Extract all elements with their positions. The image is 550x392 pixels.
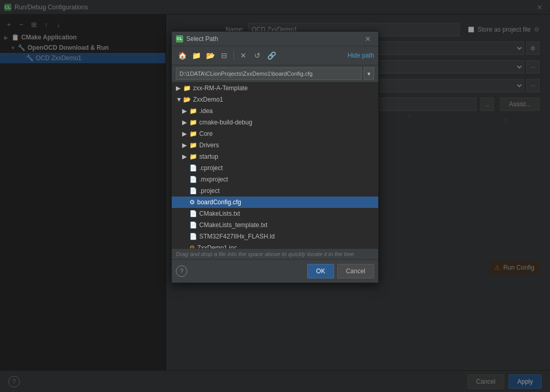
modal-overlay: CL Select Path ✕ 🏠 📁 📂 ⊟ ✕ ↺ 🔗 Hide path… [0,0,550,392]
file-item[interactable]: ▼ 📂 ZxxDemo1 [172,94,378,105]
item-arrow: ▶ [182,107,187,115]
select-path-dialog: CL Select Path ✕ 🏠 📁 📂 ⊟ ✕ ↺ 🔗 Hide path… [171,31,379,283]
file-icon: 📄 [189,187,197,194]
dialog-icon: CL [176,35,183,43]
file-icon: 📄 [189,221,197,229]
item-arrow: ▶ [182,153,187,160]
file-item-selected[interactable]: ⚙ boardConfig.cfg → [172,197,378,208]
file-item[interactable]: 📄 .cproject [172,162,378,174]
file-tree: ▶ 📁 zxx-RM-A-Template ▼ 📂 ZxxDemo1 ▶ 📁 .… [172,82,378,248]
dialog-toolbar: 🏠 📁 📂 ⊟ ✕ ↺ 🔗 Hide path [172,46,378,65]
dialog-help-btn[interactable]: ? [176,265,187,277]
dialog-cancel-btn[interactable]: Cancel [337,264,374,278]
file-item[interactable]: ▶ 📁 zxx-RM-A-Template [172,82,378,94]
item-arrow: ▶ [182,142,187,149]
item-arrow: ▶ [176,85,181,92]
folder-icon: 📁 [189,119,197,126]
item-label: .project [199,187,219,194]
ioc-icon: ⚙ [189,244,195,248]
item-label: zxx-RM-A-Template [193,85,248,92]
file-item[interactable]: 📄 .mxproject [172,174,378,185]
dialog-bottom: ? OK Cancel [172,259,378,283]
file-item[interactable]: ⚙ ZxxDemo1.ioc [172,242,378,248]
file-item[interactable]: 📄 CMakeLists.txt [172,208,378,219]
dialog-collapse-btn[interactable]: ⊟ [218,49,230,62]
item-label: cmake-build-debug [199,119,252,126]
item-label: CMakeLists_template.txt [199,221,267,229]
dialog-delete-btn[interactable]: ✕ [237,49,250,62]
folder-icon: 📁 [189,153,197,160]
item-label: ZxxDemo1.ioc [197,244,237,248]
dialog-title: Select Path [186,35,359,43]
dialog-close-btn[interactable]: ✕ [362,34,374,44]
path-bar: ▼ [172,65,378,82]
dialog-toolbar-sep [233,51,234,60]
item-label: startup [199,153,218,160]
item-arrow: ▼ [176,96,181,103]
dialog-title-bar: CL Select Path ✕ [172,32,378,46]
item-label: Core [199,130,213,137]
item-label: .cproject [199,164,223,172]
path-input[interactable] [176,67,362,80]
drag-hint: Drag and drop a file into the space abov… [172,248,378,259]
dialog-link-btn[interactable]: 🔗 [265,49,278,62]
item-label: ZxxDemo1 [193,96,223,103]
file-item[interactable]: ▶ 📁 startup [172,151,378,162]
file-item[interactable]: ▶ 📁 .idea [172,105,378,117]
path-dropdown-btn[interactable]: ▼ [364,67,374,80]
cfg-icon: ⚙ [189,199,195,206]
file-icon: 📄 [189,176,197,183]
item-label: boardConfig.cfg [197,199,241,206]
item-label: STM32F427IIHx_FLASH.ld [199,233,274,240]
file-item[interactable]: 📄 CMakeLists_template.txt [172,219,378,231]
dialog-refresh-btn[interactable]: ↺ [251,49,264,62]
file-item[interactable]: 📄 .project [172,185,378,197]
file-item[interactable]: ▶ 📁 Drivers [172,139,378,151]
item-label: .mxproject [199,176,228,183]
item-label: .idea [199,107,213,115]
hide-path-btn[interactable]: Hide path [348,52,374,59]
folder-icon: 📂 [183,96,191,103]
item-arrow: ▶ [182,119,187,126]
dialog-ok-btn[interactable]: OK [307,264,334,278]
dialog-new-folder-btn[interactable]: 📁 [190,49,202,62]
file-item[interactable]: 📄 STM32F427IIHx_FLASH.ld [172,231,378,242]
folder-icon: 📁 [189,107,197,115]
file-item[interactable]: ▶ 📁 Core [172,128,378,139]
file-item[interactable]: ▶ 📁 cmake-build-debug [172,117,378,128]
item-label: CMakeLists.txt [199,210,240,217]
dialog-folder-up-btn[interactable]: 📂 [204,49,216,62]
folder-icon: 📁 [189,142,197,149]
folder-icon: 📁 [189,130,197,137]
file-icon: 📄 [189,210,197,217]
item-label: Drivers [199,142,219,149]
file-icon: 📄 [189,233,197,240]
file-icon: 📄 [189,164,197,172]
item-arrow: ▶ [182,130,187,137]
dialog-home-btn[interactable]: 🏠 [176,49,188,62]
folder-icon: 📁 [183,85,191,92]
